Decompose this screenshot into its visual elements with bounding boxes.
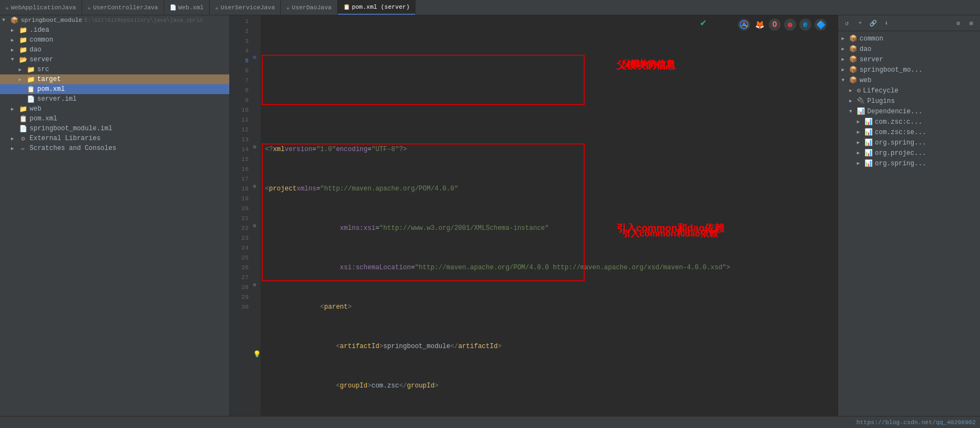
sidebar-item-server-iml[interactable]: 📄 server.iml (0, 94, 229, 104)
expand-arrow: ▼ (2, 18, 10, 23)
editor-area: 🦊 O ⊗ e 🔷 1234 5 6789 1011121314 1516171… (230, 15, 838, 416)
ie-icon[interactable]: ⊗ (784, 19, 796, 31)
sidebar-item-root-pom[interactable]: 📋 pom.xml (0, 114, 229, 124)
maven-item-dep5[interactable]: ▶ 📊 org.spring... (838, 158, 980, 169)
maven-folder-icon: 📦 (849, 34, 857, 43)
folder-icon: 📁 (19, 26, 27, 34)
module-icon: 📦 (10, 16, 19, 24)
maven-folder-icon: 📦 (849, 45, 857, 53)
firefox-icon[interactable]: 🦊 (753, 19, 765, 31)
code-container[interactable]: 1234 5 6789 1011121314 1516171819 202122… (230, 15, 838, 416)
tab-userdao[interactable]: ☕ UserDaoJava (281, 0, 338, 15)
maven-settings-btn[interactable]: ⚙ (953, 18, 964, 28)
expand-arrow: ▶ (11, 146, 19, 152)
dep-icon: 📊 (864, 118, 873, 126)
edge-icon[interactable]: e (799, 19, 811, 31)
expand-icon: ▼ (849, 109, 857, 114)
tab-file-icon5: ☕ (286, 4, 290, 11)
tab-bar: ☕ WebApplicationJava ☕ UserControllerJav… (0, 0, 980, 15)
maven-add-btn[interactable]: + (855, 18, 866, 28)
sidebar-item-server[interactable]: ▼ 📂 server (0, 55, 229, 65)
expand-icon: ▶ (841, 36, 849, 42)
tab-webapplication[interactable]: ☕ WebApplicationJava (0, 0, 82, 15)
sidebar-item-ext-libs[interactable]: ▶ ⚙ External Libraries (0, 134, 229, 143)
tab-file-icon6: 📋 (343, 4, 350, 10)
maven-item-springboot-module[interactable]: ▶ 📦 springboot_mo... (838, 65, 980, 75)
tab-userservice[interactable]: ☕ UserServiceJava (210, 0, 281, 15)
expand-icon: ▶ (857, 129, 864, 135)
code-line-6: <artifactId>springboot_module</artifactI… (265, 342, 838, 351)
sidebar-item-pom-xml[interactable]: 📋 pom.xml (0, 84, 229, 94)
sidebar-item-web[interactable]: ▶ 📁 web (0, 104, 229, 114)
folder-icon: 📁 (19, 105, 27, 113)
maven-item-dep2[interactable]: ▶ 📊 com.zsc:se... (838, 127, 980, 137)
main-area: ▼ 📦 springboot_module E:\Git\GitReposito… (0, 15, 980, 416)
expand-arrow: ▶ (11, 136, 19, 142)
tab-usercontroller[interactable]: ☕ UserControllerJava (82, 0, 164, 15)
svg-line-3 (746, 26, 748, 27)
maven-item-dep4[interactable]: ▶ 📊 org.projec... (838, 148, 980, 158)
expand-icon: ▶ (849, 98, 857, 104)
browser-icons-bar: 🦊 O ⊗ e 🔷 (738, 19, 827, 31)
iml-file-icon: 📄 (26, 95, 35, 103)
maven-item-common[interactable]: ▶ 📦 common (838, 33, 980, 44)
sidebar-item-target[interactable]: ▶ 📁 target (0, 74, 229, 84)
expand-arrow: ▶ (19, 77, 26, 83)
sidebar-item-common[interactable]: ▶ 📁 common (0, 35, 229, 45)
gutter-breakpoint-26: ◇ (253, 281, 256, 288)
maven-link-btn[interactable]: 🔗 (868, 18, 879, 28)
chrome-icon[interactable] (738, 19, 750, 31)
annotation-parent-text: 父模块的信息 (622, 59, 675, 69)
tab-pom-server[interactable]: 📋 pom.xml (server) (338, 0, 416, 15)
annotation-parent: 父模块的信息 (616, 60, 676, 70)
expand-arrow: ▶ (11, 106, 19, 112)
plugins-icon: 🔌 (857, 97, 865, 105)
maven-download-btn[interactable]: ⬇ (881, 18, 892, 28)
dep-icon: 📊 (864, 149, 873, 157)
expand-icon: ▶ (857, 150, 864, 156)
code-line-2: <project xmlns="http://maven.apache.org/… (265, 184, 838, 194)
expand-icon: ▶ (849, 88, 857, 94)
maven-item-plugins[interactable]: ▶ 🔌 Plugins (838, 96, 980, 106)
browser-icon6[interactable]: 🔷 (815, 19, 827, 31)
sidebar-item-src[interactable]: ▶ 📁 src (0, 65, 229, 74)
sidebar-item-scratches[interactable]: ▶ ✏ Scratches and Consoles (0, 143, 229, 153)
maven-item-web[interactable]: ▼ 📦 web (838, 75, 980, 85)
maven-item-dep3[interactable]: ▶ 📊 org.spring... (838, 137, 980, 148)
maven-item-lifecycle[interactable]: ▶ ⚙ Lifecycle (838, 85, 980, 96)
expand-icon: ▶ (857, 160, 864, 166)
xml-file-icon: 📋 (26, 85, 35, 93)
maven-refresh-btn[interactable]: ↺ (841, 18, 852, 28)
tab-web-xml[interactable]: 📄 Web.xml (164, 0, 210, 15)
expand-arrow: ▶ (11, 37, 19, 43)
maven-item-dep1[interactable]: ▶ 📊 com.zsc:c... (838, 117, 980, 127)
expand-arrow: ▶ (11, 47, 19, 53)
maven-toolbar: ↺ + 🔗 ⬇ ⚙ ⊞ (838, 15, 980, 31)
dep-icon: 📊 (864, 128, 873, 136)
maven-item-server[interactable]: ▶ 📦 server (838, 54, 980, 65)
expand-icon: ▶ (841, 46, 849, 52)
sidebar-item-dao[interactable]: ▶ 📁 dao (0, 45, 229, 55)
code-editor[interactable]: 父模块的信息 引入common和dao依赖 <?xml version="1.0… (261, 15, 838, 416)
dep-icon: 📊 (864, 159, 873, 167)
sidebar: ▼ 📦 springboot_module E:\Git\GitReposito… (0, 15, 230, 416)
svg-line-4 (741, 26, 743, 27)
tab-file-icon2: ☕ (88, 4, 91, 11)
maven-item-dependencies[interactable]: ▼ 📊 Dependencie... (838, 106, 980, 117)
folder-icon: 📁 (26, 76, 35, 83)
maven-expand-btn[interactable]: ⊞ (966, 18, 977, 28)
code-line-5: <parent> (265, 302, 838, 312)
sidebar-item-idea[interactable]: ▶ 📁 .idea (0, 25, 229, 35)
status-url: https://blog.csdn.net/qq_40298902 (856, 419, 976, 426)
gutter-lightbulb-28: 💡 (253, 350, 261, 358)
sidebar-item-module[interactable]: ▼ 📦 springboot_module E:\Git\GitReposito… (0, 15, 229, 25)
expand-arrow: ▼ (11, 57, 19, 62)
maven-tree: ▶ 📦 common ▶ 📦 dao ▶ 📦 server ▶ 📦 spring… (838, 31, 980, 416)
opera-icon[interactable]: O (769, 19, 781, 31)
expand-icon: ▼ (841, 78, 849, 83)
sidebar-item-module-iml[interactable]: 📄 springboot_module.iml (0, 124, 229, 134)
tab-file-icon3: 📄 (170, 4, 176, 11)
code-line-1: <?xml version="1.0" encoding="UTF-8"?> (265, 144, 838, 154)
status-bar: https://blog.csdn.net/qq_40298902 (0, 416, 980, 428)
maven-item-dao[interactable]: ▶ 📦 dao (838, 44, 980, 54)
